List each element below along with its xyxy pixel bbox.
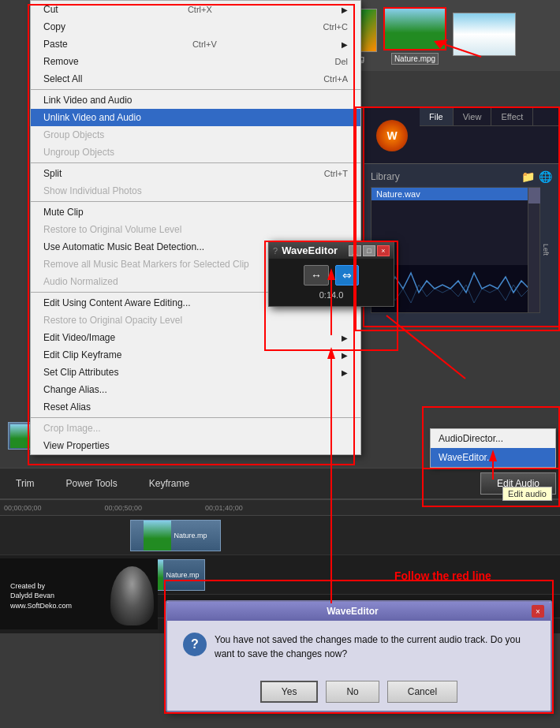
separator-5: [31, 417, 360, 418]
globe-icon[interactable]: 🌐: [539, 170, 552, 183]
dialog-buttons: Yes No Cancel: [167, 673, 551, 711]
waveform-preview: [371, 265, 528, 312]
nature-wav-file[interactable]: Nature.wav: [371, 188, 539, 200]
menu-ungroup-objects: Ungroup Objects: [31, 144, 360, 161]
sky-thumbnail: [453, 13, 516, 56]
nature-label: Nature.mpg: [391, 53, 439, 65]
follow-red-line-text: Follow the red line: [394, 569, 491, 582]
left-clip-thumb-1: [10, 424, 32, 448]
wave-editor-help-btn[interactable]: ?: [273, 246, 278, 256]
clip-label-2: Nature.mp: [166, 571, 199, 579]
menu-view-properties[interactable]: View Properties: [31, 437, 360, 454]
tab-view[interactable]: View: [454, 108, 492, 125]
timeline-ruler: 00;00;00;00 00;00;50;00 00;01;40;00: [0, 500, 560, 516]
wave-controls: ↔ ⇔: [275, 265, 387, 286]
menu-change-alias[interactable]: Change Alias...: [31, 381, 360, 398]
branding-logo: [110, 566, 154, 625]
wave-logo: W: [376, 120, 408, 151]
menu-select-all[interactable]: Select All Ctrl+A: [31, 70, 360, 88]
restore-btn[interactable]: □: [363, 245, 375, 256]
menu-group-objects: Group Objects: [31, 126, 360, 144]
menu-copy[interactable]: Copy Ctrl+C: [31, 18, 360, 35]
menu-set-clip-attributes[interactable]: Set Clip Attributes ▶: [31, 364, 360, 381]
power-tools-button[interactable]: Power Tools: [50, 473, 133, 494]
menu-link-video-audio[interactable]: Link Video and Audio: [31, 91, 360, 109]
ruler-mark-1: 00;00;50;00: [105, 504, 143, 512]
audiodirector-option[interactable]: AudioDirector...: [431, 429, 555, 448]
branding-text: Created by Dalydd Bevan www.SoftDeko.com: [4, 575, 78, 618]
timeline-track-1: Nature.mp: [0, 516, 560, 555]
dialog-body: ? You have not saved the changes made to…: [167, 621, 551, 673]
waveeditor-option[interactable]: WaveEditor...: [431, 448, 555, 467]
wave-editor-small-dialog: ? WaveEditor _ □ × ↔ ⇔ 0:14.0: [268, 241, 394, 307]
menu-cut[interactable]: Cut Ctrl+X ▶: [31, 1, 360, 18]
menu-crop-image: Crop Image...: [31, 420, 360, 437]
dialog-title: WaveEditor: [174, 606, 532, 617]
library-list: Nature.wav: [371, 187, 540, 313]
menu-edit-clip-keyframe[interactable]: Edit Clip Keyframe ▶: [31, 346, 360, 364]
menu-restore-opacity: Restore to Original Opacity Level: [31, 312, 360, 329]
separator-2: [31, 162, 360, 163]
scrollbar[interactable]: [528, 188, 539, 312]
menu-remove[interactable]: Remove Del: [31, 53, 360, 70]
dialog-no-button[interactable]: No: [326, 681, 379, 703]
wave-editor-dialog: WaveEditor × ? You have not saved the ch…: [166, 600, 552, 712]
edit-audio-tooltip: Edit audio: [502, 487, 552, 501]
wave-time: 0:14.0: [275, 290, 387, 300]
menu-edit-video[interactable]: Edit Video/Image ▶: [31, 329, 360, 346]
wave-editor-title: WaveEditor: [282, 245, 338, 256]
wave-editor-title-bar: ? WaveEditor _ □ ×: [269, 242, 394, 259]
branding-content: Created by Dalydd Bevan www.SoftDeko.com: [0, 562, 158, 629]
dialog-cancel-button[interactable]: Cancel: [387, 681, 457, 703]
keyframe-button[interactable]: Keyframe: [133, 473, 205, 494]
wave-editor-body: ↔ ⇔ 0:14.0: [269, 259, 394, 306]
dialog-message: You have not saved the changes made to t…: [215, 633, 535, 661]
title-bar-buttons: _ □ ×: [349, 245, 390, 256]
menu-unlink-video-audio[interactable]: Unlink Video and Audio: [31, 109, 360, 126]
dialog-title-bar: WaveEditor ×: [167, 602, 551, 621]
nature-thumb-item[interactable]: Nature.mpg: [383, 7, 446, 65]
menu-split[interactable]: Split Ctrl+T: [31, 165, 360, 182]
dialog-yes-button[interactable]: Yes: [260, 681, 319, 703]
scrollbar-thumb[interactable]: [528, 188, 540, 203]
clip-thumb-1: [144, 521, 171, 551]
audio-panel-tabs: W File View Effect: [364, 108, 558, 164]
menu-mute-clip[interactable]: Mute Clip: [31, 203, 360, 221]
context-menu: Cut Ctrl+X ▶ Copy Ctrl+C Paste Ctrl+V ▶ …: [30, 0, 361, 455]
dialog-question-icon: ?: [183, 633, 207, 656]
ruler-mark-2: 00;01;40;00: [205, 504, 243, 512]
dialog-close-btn[interactable]: ×: [532, 605, 544, 618]
sky-thumb-item[interactable]: [453, 13, 516, 58]
ruler-mark-0: 00;00;00;00: [4, 504, 42, 512]
menu-reset-alias[interactable]: Reset Alias: [31, 398, 360, 416]
clip-block-1[interactable]: Nature.mp: [130, 520, 221, 551]
separator-1: [31, 89, 360, 90]
minimize-btn[interactable]: _: [349, 245, 361, 256]
folder-icon[interactable]: 📁: [521, 170, 535, 183]
tab-effects[interactable]: Effect: [491, 108, 533, 125]
nature-thumbnail: [383, 7, 446, 50]
toolbar-area: Trim Power Tools Keyframe Edit Audio: [0, 468, 560, 499]
edit-audio-dropdown: AudioDirector... WaveEditor...: [430, 428, 556, 468]
wave-ctrl-btn-1[interactable]: ↔: [304, 265, 329, 286]
waveform-svg: [371, 265, 528, 312]
menu-paste[interactable]: Paste Ctrl+V ▶: [31, 35, 360, 53]
wave-ctrl-btn-2[interactable]: ⇔: [335, 265, 359, 286]
tab-file[interactable]: File: [420, 108, 454, 125]
library-title: Library 📁 🌐: [371, 170, 552, 183]
clip-label-1: Nature.mp: [174, 532, 207, 539]
menu-show-individual-photos: Show Individual Photos: [31, 182, 360, 200]
left-label: Left: [540, 241, 552, 258]
menu-restore-volume: Restore to Original Volume Level: [31, 221, 360, 238]
trim-button[interactable]: Trim: [0, 473, 50, 494]
separator-3: [31, 201, 360, 202]
branding-area: Created by Dalydd Bevan www.SoftDeko.com: [0, 558, 158, 629]
close-btn[interactable]: ×: [377, 245, 390, 256]
library-icons: 📁 🌐: [521, 170, 552, 183]
